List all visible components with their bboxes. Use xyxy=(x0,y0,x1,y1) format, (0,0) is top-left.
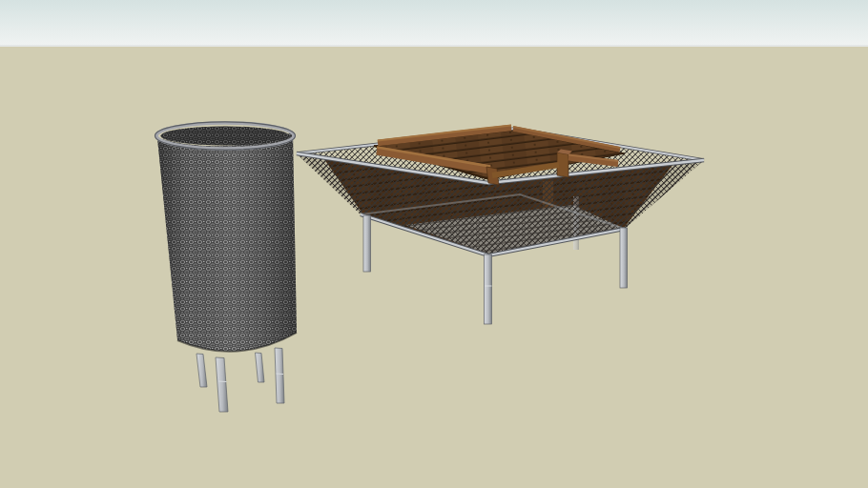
ground xyxy=(0,47,868,488)
model-canvas[interactable] xyxy=(0,0,868,488)
cylinder-leg-joint-1 xyxy=(218,381,227,382)
sky-gradient xyxy=(0,0,868,46)
cylinder-leg-front-right xyxy=(275,348,284,403)
cylinder-opening-shade xyxy=(161,127,290,146)
table-leg-left xyxy=(363,215,371,272)
cylinder-body-shading xyxy=(157,132,297,352)
sky xyxy=(0,0,868,48)
table-leg-front xyxy=(485,254,492,324)
model-viewport[interactable] xyxy=(0,0,868,488)
cylinder-leg-joint-2 xyxy=(277,374,284,375)
table-leg-right xyxy=(620,228,628,288)
